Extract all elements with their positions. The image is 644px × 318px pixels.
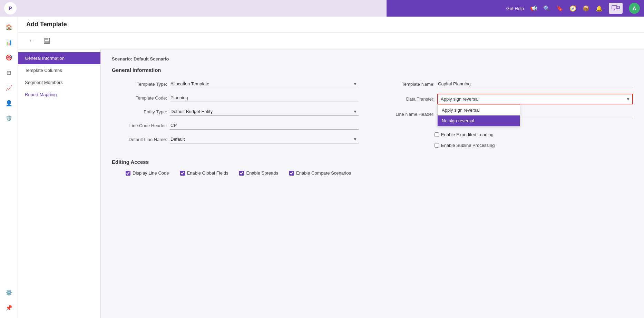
svg-rect-0 — [612, 6, 617, 9]
sidebar-settings-icon[interactable]: ⚙️ — [3, 286, 15, 299]
nav-sidebar: General Information Template Columns Seg… — [18, 49, 101, 318]
compass-icon[interactable]: 🧭 — [569, 5, 576, 12]
sidebar-location-icon[interactable]: 🎯 — [3, 51, 15, 64]
default-line-name-label: Default Line Name: — [112, 137, 167, 142]
back-button[interactable]: ← — [26, 35, 37, 46]
sidebar-item-segment-members[interactable]: Segment Members — [18, 76, 100, 88]
data-transfer-select[interactable]: Apply sign reversal No sign reversal — [437, 94, 633, 104]
cube-icon[interactable]: 📦 — [583, 5, 589, 12]
line-name-header-label: Line Name Header: — [379, 112, 435, 117]
enable-spreads-label: Enable Spreads — [246, 170, 278, 176]
display-line-code-checkbox[interactable] — [126, 171, 130, 176]
sidebar-home-icon[interactable]: 🏠 — [3, 21, 15, 33]
template-type-select[interactable]: Allocation Template Standard Template — [170, 80, 359, 88]
enable-global-fields-item[interactable]: Enable Global Fields — [180, 170, 228, 176]
default-line-name-row: Default Line Name: Default ▼ — [112, 135, 359, 143]
template-type-row: Template Type: Allocation Template Stand… — [112, 80, 359, 88]
device-icon — [609, 3, 623, 14]
enable-subline-row: Enable Subline Processing — [379, 143, 633, 148]
sidebar-activity-icon[interactable]: 📊 — [3, 36, 15, 48]
toolbar: ← — [18, 32, 644, 49]
enable-compare-scenarios-checkbox[interactable] — [289, 171, 294, 176]
form-right-column: Template Name: Data Transfer: Apply sign… — [372, 80, 633, 148]
app-layout: 🏠 📊 🎯 ⊞ 📈 👤 🛡️ ⚙️ 📌 Add Template ← — [0, 17, 644, 318]
entity-type-row: Entity Type: Default Budget Entity ▼ — [112, 107, 359, 116]
enable-expedited-checkbox[interactable] — [435, 132, 439, 137]
megaphone-icon[interactable]: 📢 — [530, 5, 537, 12]
enable-compare-scenarios-label: Enable Compare Scenarios — [296, 170, 351, 176]
dropdown-item-apply-sign[interactable]: Apply sign reversal — [438, 105, 520, 115]
enable-expedited-label: Enable Expedited Loading — [441, 132, 494, 137]
enable-global-fields-label: Enable Global Fields — [187, 170, 228, 176]
line-code-header-input[interactable] — [170, 121, 359, 130]
enable-expedited-row: Enable Expedited Loading — [379, 132, 633, 137]
template-type-label: Template Type: — [112, 82, 167, 87]
bell-icon[interactable]: 🔔 — [596, 5, 603, 12]
entity-type-label: Entity Type: — [112, 109, 167, 114]
template-name-label: Template Name: — [379, 82, 435, 87]
main-area: Add Template ← General Information — [18, 17, 644, 318]
sidebar-grid-icon[interactable]: ⊞ — [3, 66, 15, 79]
svg-rect-6 — [45, 41, 49, 43]
enable-subline-label: Enable Subline Processing — [441, 143, 495, 148]
entity-type-select[interactable]: Default Budget Entity — [170, 107, 359, 116]
scenario-line: Scenario: Default Scenario — [112, 56, 633, 62]
form-left-column: Template Type: Allocation Template Stand… — [112, 80, 372, 148]
sidebar-person-icon[interactable]: 👤 — [3, 97, 15, 109]
default-line-name-select[interactable]: Default — [170, 135, 359, 143]
data-transfer-row: Data Transfer: Apply sign reversal No si… — [379, 94, 633, 104]
section-general-info-title: General Information — [112, 67, 633, 73]
sidebar-shield-icon[interactable]: 🛡️ — [3, 112, 15, 124]
line-code-header-label: Line Code Header: — [112, 123, 167, 128]
data-transfer-label: Data Transfer: — [379, 96, 435, 102]
enable-global-fields-checkbox[interactable] — [180, 171, 185, 176]
bookmark-icon[interactable]: 🔖 — [556, 5, 563, 12]
sidebar-pin-icon[interactable]: 📌 — [3, 301, 15, 314]
display-line-code-label: Display Line Code — [133, 170, 169, 176]
content-area: General Information Template Columns Seg… — [18, 49, 644, 318]
template-code-input[interactable] — [170, 94, 359, 102]
form-area: Scenario: Default Scenario General Infor… — [101, 49, 644, 318]
template-code-label: Template Code: — [112, 95, 167, 101]
editing-access-title: Editing Access — [112, 159, 633, 165]
editing-access-checkboxes: Display Line Code Enable Global Fields E… — [112, 170, 633, 176]
search-icon[interactable]: 🔍 — [543, 5, 550, 12]
get-help-link[interactable]: Get Help — [506, 6, 524, 11]
template-name-row: Template Name: — [379, 80, 633, 88]
sidebar-bottom: ⚙️ 📌 — [3, 286, 15, 318]
template-name-input[interactable] — [437, 80, 633, 88]
svg-rect-1 — [617, 6, 619, 9]
enable-subline-checkbox[interactable] — [435, 143, 439, 148]
entity-type-select-wrap: Default Budget Entity ▼ — [170, 107, 359, 116]
top-nav: P Get Help 📢 🔍 🔖 🧭 📦 🔔 A — [0, 0, 644, 17]
dropdown-item-no-sign[interactable]: No sign reversal — [438, 115, 520, 126]
line-code-header-row: Line Code Header: — [112, 121, 359, 130]
template-code-row: Template Code: — [112, 94, 359, 102]
sidebar-item-report-mapping[interactable]: Report Mapping — [18, 88, 100, 101]
default-line-name-select-wrap: Default ▼ — [170, 135, 359, 143]
enable-compare-scenarios-item[interactable]: Enable Compare Scenarios — [289, 170, 351, 176]
sidebar-item-general-information[interactable]: General Information — [18, 52, 100, 64]
template-type-select-wrap: Allocation Template Standard Template ▼ — [170, 80, 359, 88]
icon-sidebar: 🏠 📊 🎯 ⊞ 📈 👤 🛡️ ⚙️ 📌 — [0, 17, 18, 318]
data-transfer-dropdown: Apply sign reversal No sign reversal — [437, 104, 520, 127]
enable-spreads-checkbox[interactable] — [239, 171, 244, 176]
data-transfer-wrap: Apply sign reversal No sign reversal ▼ A… — [437, 94, 633, 104]
app-logo: P — [4, 2, 17, 15]
display-line-code-item[interactable]: Display Line Code — [126, 170, 169, 176]
enable-spreads-item[interactable]: Enable Spreads — [239, 170, 278, 176]
top-nav-right: Get Help 📢 🔍 🔖 🧭 📦 🔔 A — [506, 3, 640, 14]
page-header: Add Template — [18, 17, 644, 32]
user-avatar[interactable]: A — [629, 3, 640, 14]
svg-rect-5 — [45, 38, 48, 40]
sidebar-chart-icon[interactable]: 📈 — [3, 82, 15, 94]
page-title: Add Template — [26, 21, 67, 28]
sidebar-item-template-columns[interactable]: Template Columns — [18, 64, 100, 76]
save-button[interactable] — [41, 35, 52, 46]
